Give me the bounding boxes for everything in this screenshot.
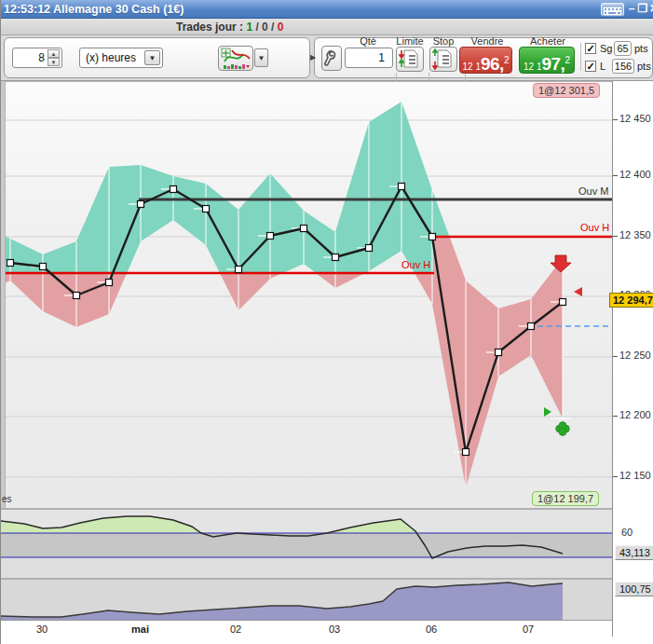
price-tick-label: 12 450 — [619, 113, 651, 124]
sg-pts-input[interactable]: 65 — [614, 41, 632, 56]
price-tick-label: 12 400 — [619, 169, 651, 180]
price-tick-label: 12 250 — [619, 349, 651, 361]
limit-order-button[interactable] — [396, 47, 424, 72]
sell-price-prefix: 12 1 — [463, 62, 481, 72]
monthly-open-label: Ouv M — [578, 185, 608, 197]
oscillator-ref-label: 60 — [621, 527, 633, 538]
time-tick-label: 03 — [329, 623, 340, 635]
time-tick-label: mai — [131, 623, 149, 635]
stop-order-button[interactable] — [429, 47, 457, 72]
time-tick-label: 07 — [523, 623, 534, 635]
title-bar: 12:53:12 Allemagne 30 Cash (1€) – ❐ ✕ — [1, 0, 653, 19]
toolbar: 8 ▲ ▼ (x) heures ▼ ▼ ▶ — [1, 35, 653, 81]
timeframe-dropdown-icon[interactable]: ▼ — [144, 50, 160, 65]
oscillator-canvas — [1, 510, 612, 578]
time-tick-label: 02 — [230, 623, 241, 635]
buy-label: Acheter — [519, 35, 577, 47]
l-pts-unit: pts — [637, 61, 651, 72]
spinner-down-icon[interactable]: ▼ — [48, 58, 60, 66]
time-tick-label: 06 — [426, 623, 437, 635]
indicator-panel-1[interactable] — [1, 510, 612, 578]
chart-type-button[interactable] — [218, 46, 253, 71]
price-axis[interactable]: 12 45012 40012 35012 30012 25012 20012 1… — [612, 81, 653, 637]
period-value: 8 — [38, 51, 45, 64]
expand-arrow-icon[interactable]: ▶ — [310, 48, 318, 67]
limit-label: Limite — [392, 35, 428, 47]
buy-price-sup: 2 — [565, 55, 570, 65]
limit-checkbox[interactable]: ✓ — [585, 61, 596, 72]
qty-input[interactable]: 1 — [345, 48, 393, 68]
stop-guaranteed-checkbox[interactable]: ✓ — [585, 43, 596, 54]
order-settings-button[interactable] — [321, 46, 342, 71]
position-label-top[interactable]: 1@12 301,5 — [533, 83, 600, 98]
last-price-tag: 12 294,7 — [609, 293, 653, 308]
weekly-open-label-prev: Ouv H — [401, 259, 430, 270]
indicator-panel-2[interactable] — [1, 580, 612, 620]
weekly-open-label: Ouv H — [580, 222, 609, 233]
sg-checkbox-label: Sg — [600, 43, 612, 54]
sell-label: Vendre — [461, 35, 513, 47]
oscillator-value-label: 43,113 — [615, 545, 653, 560]
area-value-label: 100,75 — [615, 582, 653, 596]
period-spinner-arrows[interactable]: ▲ ▼ — [48, 49, 60, 66]
sell-price-main: 96, — [481, 54, 504, 74]
window-title: 12:53:12 Allemagne 30 Cash (1€) — [4, 3, 184, 16]
price-chart-canvas — [1, 82, 612, 509]
cut-off-text: es — [2, 494, 12, 504]
timeframe-value: (x) heures — [86, 51, 136, 64]
qty-value: 1 — [378, 51, 385, 64]
close-button[interactable]: ✕ — [648, 2, 653, 16]
trades-count-flat: 0 — [262, 21, 268, 34]
price-tick-label: 12 200 — [619, 409, 651, 420]
limit-order-icon — [397, 48, 423, 71]
minimize-button[interactable]: – — [626, 2, 637, 16]
price-tick-label: 12 150 — [619, 470, 651, 481]
left-collapsed-strip[interactable] — [1, 81, 6, 508]
trades-count-loss: 0 — [278, 21, 284, 34]
trading-window: 12:53:12 Allemagne 30 Cash (1€) – ❐ ✕ Tr… — [0, 0, 653, 644]
position-label-bottom[interactable]: 1@12 199,7 — [532, 491, 599, 506]
spinner-up-icon[interactable]: ▲ — [48, 49, 60, 58]
area-indicator-canvas — [1, 580, 612, 620]
trades-day-summary: Trades jour : 1 / 0 / 0 — [176, 21, 283, 34]
period-spinner[interactable]: 8 ▲ ▼ — [12, 48, 62, 68]
buy-price-main: 97, — [541, 54, 565, 74]
wrench-icon — [322, 47, 341, 70]
time-tick-label: 30 — [36, 623, 48, 635]
time-axis[interactable]: 30mai02030607 — [1, 620, 612, 637]
sell-price-sup: 2 — [504, 55, 510, 65]
timeframe-select[interactable]: (x) heures ▼ — [79, 48, 163, 68]
l-checkbox-label: L — [600, 61, 605, 72]
buy-button[interactable]: 12 197,2 — [519, 47, 575, 74]
qty-label: Qté — [344, 35, 392, 47]
main-chart[interactable] — [1, 81, 612, 508]
stop-label: Stop — [428, 35, 459, 47]
sell-button[interactable]: 12 196,2 — [459, 47, 512, 74]
maximize-button[interactable]: ❐ — [637, 2, 648, 16]
trades-label: Trades jour : — [176, 21, 243, 34]
trades-bar: Trades jour : 1 / 0 / 0 — [1, 19, 653, 35]
chart-type-dropdown-icon[interactable]: ▼ — [254, 48, 268, 67]
sg-pts-unit: pts — [634, 43, 648, 54]
stop-order-icon — [430, 48, 456, 71]
chart-type-icon — [219, 47, 252, 70]
price-tick-label: 12 350 — [619, 229, 651, 240]
l-pts-input[interactable]: 156 — [612, 59, 634, 74]
buy-price-prefix: 12 1 — [524, 62, 541, 72]
keyboard-icon[interactable] — [601, 3, 624, 16]
